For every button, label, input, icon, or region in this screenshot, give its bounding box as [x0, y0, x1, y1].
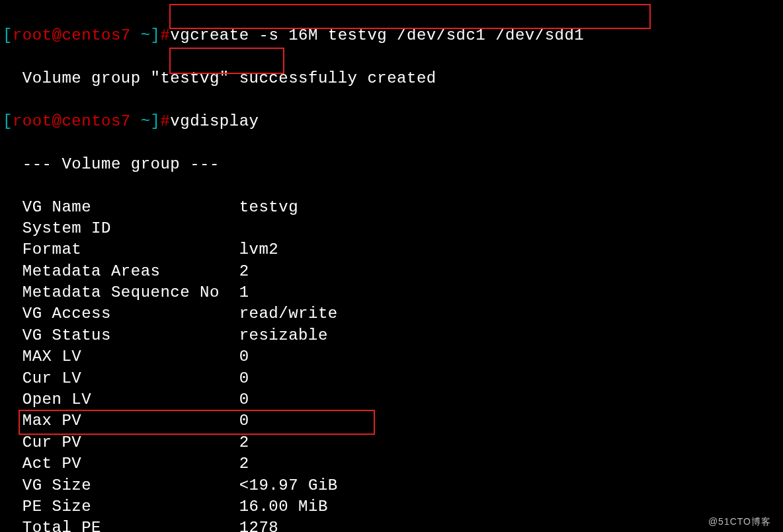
prompt-bracket-open: [	[3, 26, 13, 44]
row-label: Metadata Areas	[3, 262, 239, 280]
prompt-user-host: root@centos7	[13, 112, 131, 130]
row-label: Metadata Sequence No	[3, 284, 239, 301]
row-value: read/write	[239, 305, 338, 323]
row-label: Format	[3, 241, 239, 258]
row-label: PE Size	[3, 498, 239, 515]
prompt-path: ~	[141, 26, 151, 44]
row-label: Act PV	[3, 455, 239, 473]
row-value: 0	[239, 348, 249, 365]
row-value: 2	[239, 455, 249, 473]
row-value: 0	[239, 412, 249, 430]
output-row: VG Access read/write	[3, 303, 780, 324]
row-value: 0	[239, 391, 249, 408]
prompt-hash: #	[160, 26, 170, 44]
row-label: VG Status	[3, 326, 239, 344]
output-row: Act PV 2	[3, 453, 780, 475]
output-row: VG Status resizable	[3, 325, 780, 346]
output-row: MAX LV 0	[3, 346, 780, 367]
output-rows: VG Name testvg System ID Format lvm2 Met…	[3, 197, 780, 532]
output-row: Metadata Areas 2	[3, 261, 780, 282]
row-label: VG Size	[3, 476, 239, 494]
command-vgcreate: vgcreate -s 16M testvg /dev/sdc1 /dev/sd…	[170, 26, 584, 44]
prompt-bracket-close: ]	[151, 112, 161, 130]
watermark: @51CTO博客	[708, 515, 771, 528]
row-value: 2	[239, 262, 249, 280]
output-created-line: Volume group "testvg" successfully creat…	[3, 68, 780, 89]
output-row: Metadata Sequence No 1	[3, 282, 780, 303]
output-header: --- Volume group ---	[3, 154, 780, 175]
output-row: System ID	[3, 218, 780, 239]
row-label: Cur PV	[3, 434, 239, 451]
prompt-separator	[131, 112, 141, 130]
prompt-separator	[131, 26, 141, 44]
output-row: Cur LV 0	[3, 368, 780, 389]
prompt-user-host: root@centos7	[13, 26, 131, 44]
row-label: VG Access	[3, 305, 239, 323]
row-label: Cur LV	[3, 369, 239, 387]
row-label: Total PE	[3, 519, 239, 532]
output-row: Format lvm2	[3, 239, 780, 260]
output-row: Open LV 0	[3, 389, 780, 410]
command-vgdisplay: vgdisplay	[170, 112, 259, 130]
terminal[interactable]: [root@centos7 ~]#vgcreate -s 16M testvg …	[0, 0, 783, 532]
row-label: Open LV	[3, 391, 239, 408]
output-row: Cur PV 2	[3, 432, 780, 453]
row-value: 1278	[239, 519, 279, 532]
prompt-path: ~	[141, 112, 151, 130]
row-value: 2	[239, 434, 249, 451]
line-vgcreate[interactable]: [root@centos7 ~]#vgcreate -s 16M testvg …	[3, 25, 780, 46]
prompt-hash: #	[160, 112, 170, 130]
row-value: <19.97 GiB	[239, 476, 338, 494]
row-value: lvm2	[239, 241, 279, 258]
row-value: 0	[239, 369, 249, 387]
output-row: Total PE 1278	[3, 517, 780, 532]
row-label: VG Name	[3, 198, 239, 216]
output-row: VG Name testvg	[3, 197, 780, 218]
row-value: resizable	[239, 326, 328, 344]
row-label: System ID	[3, 219, 239, 237]
row-value: 1	[239, 284, 249, 301]
row-label: MAX LV	[3, 348, 239, 365]
prompt-bracket-close: ]	[151, 26, 161, 44]
row-value: 16.00 MiB	[239, 498, 328, 515]
row-value: testvg	[239, 198, 298, 216]
row-label: Max PV	[3, 412, 239, 430]
output-row: PE Size 16.00 MiB	[3, 496, 780, 517]
output-row: VG Size <19.97 GiB	[3, 475, 780, 496]
prompt-bracket-open: [	[3, 112, 13, 130]
line-vgdisplay[interactable]: [root@centos7 ~]#vgdisplay	[3, 111, 780, 132]
output-row: Max PV 0	[3, 410, 780, 432]
